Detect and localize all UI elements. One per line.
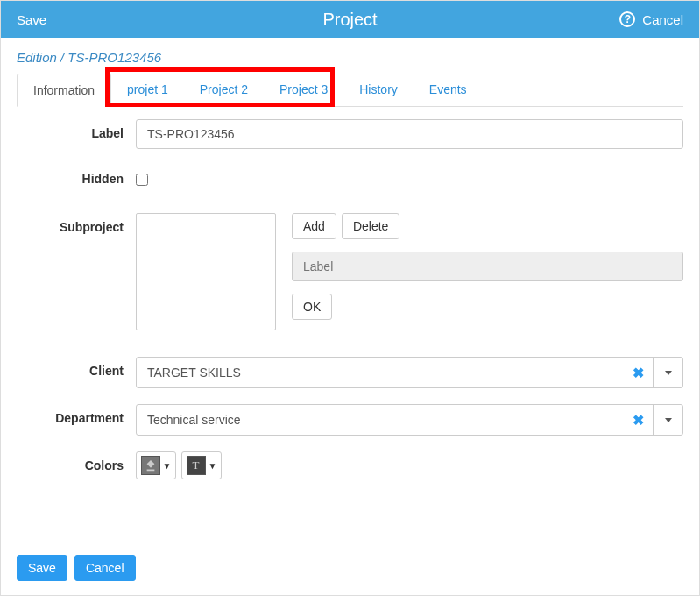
department-combo[interactable]: Technical service ✖ bbox=[136, 404, 683, 436]
dialog-footer: Save Cancel bbox=[17, 555, 136, 581]
text-icon: T bbox=[187, 456, 206, 475]
client-dropdown-icon[interactable] bbox=[653, 358, 682, 387]
header-cancel-link[interactable]: Cancel bbox=[642, 12, 683, 27]
department-dropdown-icon[interactable] bbox=[653, 405, 682, 435]
breadcrumb: Edition / TS-PRO123456 bbox=[1, 38, 699, 74]
department-value: Technical service bbox=[137, 413, 624, 427]
client-value: TARGET SKILLS bbox=[137, 365, 624, 380]
color-picker-fill[interactable]: ▼ bbox=[136, 451, 176, 479]
hidden-label: Hidden bbox=[17, 165, 136, 186]
add-button[interactable]: Add bbox=[292, 213, 336, 239]
client-clear-icon[interactable]: ✖ bbox=[624, 365, 653, 381]
department-clear-icon[interactable]: ✖ bbox=[624, 412, 653, 429]
tab-events[interactable]: Events bbox=[414, 74, 483, 106]
fill-icon bbox=[141, 456, 160, 475]
tab-history[interactable]: History bbox=[343, 74, 414, 106]
label-input[interactable] bbox=[136, 119, 683, 149]
delete-button[interactable]: Delete bbox=[342, 213, 399, 239]
department-label: Department bbox=[17, 404, 136, 425]
dialog-title: Project bbox=[322, 10, 377, 30]
client-label: Client bbox=[17, 357, 136, 378]
colors-label: Colors bbox=[17, 451, 136, 472]
ok-button[interactable]: OK bbox=[292, 294, 332, 320]
tab-project3[interactable]: Project 3 bbox=[264, 74, 343, 106]
tab-projet1[interactable]: projet 1 bbox=[111, 74, 184, 106]
color-picker-text[interactable]: T ▼ bbox=[181, 451, 222, 479]
chevron-down-icon: ▼ bbox=[163, 461, 172, 471]
tab-bar: Information projet 1 Project 2 Project 3… bbox=[17, 74, 683, 107]
hidden-checkbox[interactable] bbox=[136, 174, 148, 186]
chevron-down-icon: ▼ bbox=[209, 461, 217, 471]
tab-information[interactable]: Information bbox=[17, 74, 111, 107]
subproject-listbox[interactable] bbox=[136, 213, 276, 330]
help-icon[interactable]: ? bbox=[619, 11, 635, 27]
dialog-header: Save Project ? Cancel bbox=[1, 1, 699, 38]
project-dialog: Save Project ? Cancel Edition / TS-PRO12… bbox=[0, 0, 700, 596]
cancel-button[interactable]: Cancel bbox=[74, 555, 136, 581]
header-save-link[interactable]: Save bbox=[17, 12, 46, 27]
subproject-label: Subproject bbox=[17, 213, 136, 234]
subproject-label-input bbox=[292, 252, 683, 281]
save-button[interactable]: Save bbox=[17, 555, 67, 581]
client-combo[interactable]: TARGET SKILLS ✖ bbox=[136, 357, 683, 388]
label-label: Label bbox=[17, 119, 136, 140]
tab-project2[interactable]: Project 2 bbox=[184, 74, 264, 106]
header-right: ? Cancel bbox=[619, 11, 683, 27]
form-content: Label Hidden Subproject Add Delete bbox=[1, 107, 699, 479]
